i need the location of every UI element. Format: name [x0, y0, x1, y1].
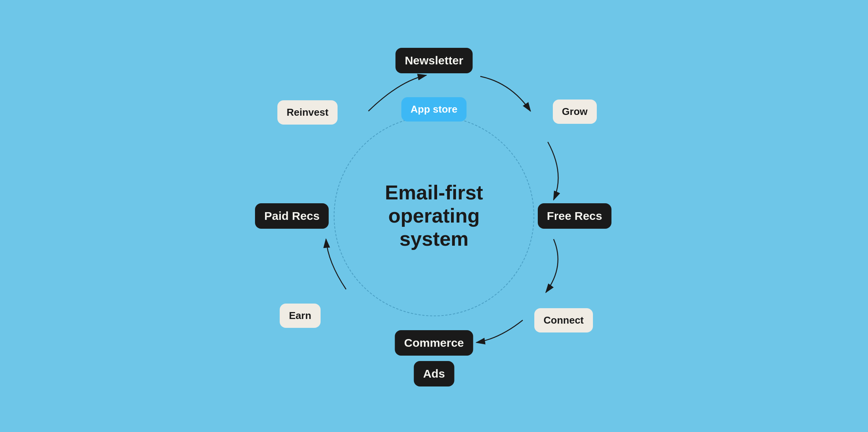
node-grow: Grow: [553, 100, 597, 124]
node-newsletter: Newsletter: [395, 48, 473, 73]
node-paidrecs: Paid Recs: [255, 203, 329, 229]
node-reinvest: Reinvest: [277, 100, 338, 125]
diagram-container: Email-first operating system Newsletter …: [260, 42, 608, 390]
center-text: Email-first operating system: [380, 181, 488, 250]
node-commerce: Commerce: [395, 330, 473, 356]
node-freerecs: Free Recs: [538, 203, 611, 229]
node-connect: Connect: [534, 308, 593, 332]
node-ads: Ads: [414, 361, 454, 386]
node-earn: Earn: [280, 304, 321, 328]
node-appstore: App store: [401, 97, 466, 122]
